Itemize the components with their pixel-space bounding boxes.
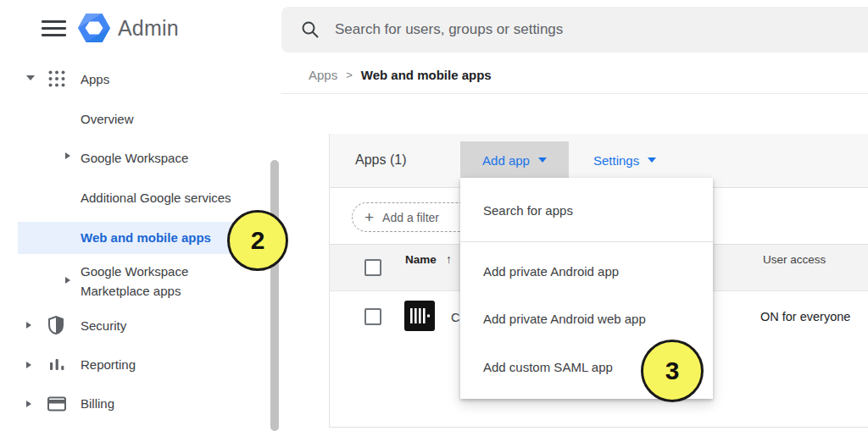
billing-caret-icon[interactable] [26, 401, 31, 407]
apps-expand-caret-icon[interactable] [26, 75, 35, 80]
breadcrumb-current: Web and mobile apps [361, 68, 492, 82]
plus-icon: + [364, 208, 374, 227]
sidebar-item-additional-google-services[interactable]: Additional Google services [81, 191, 231, 205]
sidebar-item-google-workspace[interactable]: Google Workspace [81, 151, 188, 165]
reporting-caret-icon[interactable] [26, 362, 31, 368]
sort-ascending-icon[interactable]: ↑ [446, 252, 452, 266]
menu-item-add-private-android-web-app[interactable]: Add private Android web app [483, 312, 646, 330]
bar-chart-icon [49, 356, 65, 373]
shield-icon [47, 316, 64, 334]
table-row-divider [330, 427, 868, 428]
breadcrumb-separator: > [346, 69, 353, 81]
callout-step-2: 2 [227, 210, 288, 271]
user-access-cell: ON for everyone [760, 310, 850, 323]
app-name-cell[interactable]: C [451, 311, 459, 324]
apps-grid-icon [47, 69, 66, 88]
app-logo-icon [404, 301, 435, 331]
menu-item-add-private-android-app[interactable]: Add private Android app [483, 264, 619, 283]
sidebar-item-reporting[interactable]: Reporting [81, 357, 136, 372]
sidebar-item-security[interactable]: Security [81, 318, 126, 333]
settings-caret-icon [648, 157, 656, 163]
header-divider [281, 93, 868, 94]
sidebar-item-overview[interactable]: Overview [81, 112, 134, 126]
menu-divider [460, 241, 713, 242]
search-icon [301, 20, 320, 39]
menu-item-search-for-apps[interactable]: Search for apps [483, 203, 573, 222]
callout-step-3: 3 [641, 340, 704, 402]
select-all-checkbox[interactable] [364, 259, 381, 276]
add-app-button[interactable]: Add app [460, 141, 569, 179]
sidebar-item-marketplace-apps[interactable]: Google Workspace Marketplace apps [81, 262, 225, 301]
settings-button[interactable]: Settings [593, 141, 656, 179]
google-admin-logo[interactable]: Admin [77, 11, 230, 45]
admin-hexagon-icon [77, 11, 111, 45]
global-search-bar[interactable] [281, 7, 868, 52]
credit-card-icon [47, 396, 66, 412]
row-checkbox[interactable] [364, 308, 381, 325]
product-title: Admin [118, 16, 179, 41]
sidebar-item-billing[interactable]: Billing [81, 396, 114, 411]
menu-item-add-custom-saml-app[interactable]: Add custom SAML app [483, 360, 613, 379]
sidebar-scrollbar[interactable] [270, 160, 279, 431]
add-app-caret-icon [538, 157, 547, 163]
search-input[interactable] [335, 21, 868, 38]
sidebar-item-web-and-mobile-apps-label[interactable]: Web and mobile apps [81, 222, 211, 254]
google-workspace-caret-icon[interactable] [65, 152, 70, 159]
breadcrumb-apps-link[interactable]: Apps [309, 68, 337, 82]
admin-console: Admin Apps > Web and mobile apps Apps Ov… [0, 0, 868, 431]
apps-count-title: Apps (1) [355, 152, 406, 168]
security-caret-icon[interactable] [26, 322, 31, 329]
breadcrumb: Apps > Web and mobile apps [309, 68, 492, 82]
sidebar-item-apps[interactable]: Apps [81, 72, 109, 86]
column-header-name[interactable]: Name [405, 253, 437, 266]
marketplace-apps-caret-icon[interactable] [65, 277, 70, 284]
menu-hamburger-icon[interactable] [42, 20, 66, 37]
column-header-user-access[interactable]: User access [763, 253, 826, 266]
